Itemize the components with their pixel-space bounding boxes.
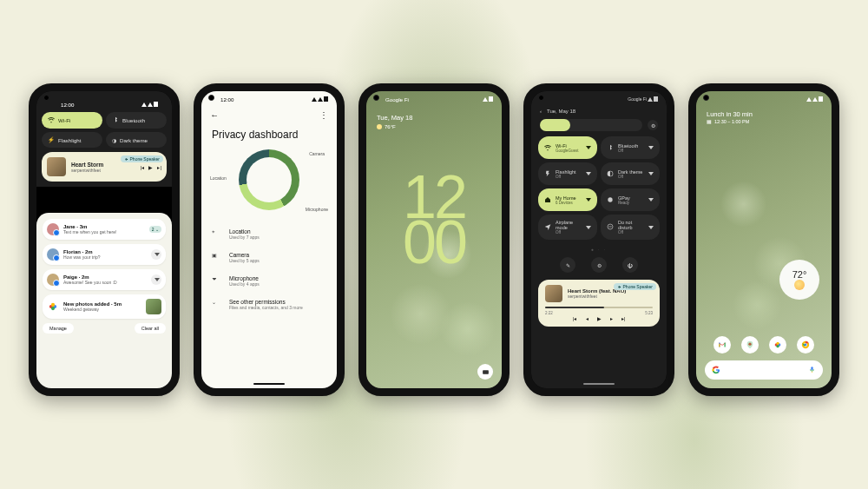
perm-sub: Used by 5 apps [229,258,260,263]
forward-icon[interactable]: ▸ [610,315,613,321]
back-icon[interactable]: ← [210,110,219,120]
app-gmail[interactable] [713,336,731,354]
qs-tile-bluetooth[interactable]: BluetoothOff [601,136,660,159]
notif-count-badge: 2 ⌄ [149,226,161,233]
perm-item-microphone[interactable]: ⏷ MicrophoneUsed by 4 apps [212,269,326,293]
notif-photos[interactable]: New photos added · 5m Weekend getaway [43,294,166,319]
sun-icon [377,124,382,129]
donut-label-top: Past [265,175,273,180]
notif-msg: Text me when you get here! [63,229,145,235]
prev-icon[interactable]: |◂ [141,164,145,170]
notif-msg: Weekend getaway [63,307,141,312]
event-time: 12:30 – 1:00 PM [714,119,749,124]
sun-icon [794,280,805,290]
qs-tile-airplane-mode[interactable]: Airplane modeOff [538,215,597,240]
output-badge[interactable]: 🕩 Phone Speaker [614,283,656,290]
qs-tile-gpay[interactable]: GPayReady [601,188,660,211]
camera-punchhole [43,95,49,101]
chevron-down-icon [648,198,654,202]
qs-wifi[interactable]: Wi-Fi [42,112,102,129]
qs-tile-my-home[interactable]: My Home6 Devices [538,188,597,211]
tile-sub: Ready [618,201,630,205]
at-a-glance[interactable]: Lunch in 30 min ▦12:30 – 1:00 PM [707,110,753,124]
expand-icon[interactable] [151,249,161,260]
qs-tile-flashlight[interactable]: FlashlightOff [538,162,597,185]
camera-punchhole [538,95,544,101]
speaker-icon: 🕩 [124,156,128,162]
app-chrome[interactable] [797,336,814,354]
qs-tile-do-not-disturb[interactable]: Do not disturbOff [601,215,660,240]
clear-all-button[interactable]: Clear all [135,323,166,334]
brightness-slider[interactable] [540,119,642,131]
weather-widget[interactable]: 72° [779,260,819,300]
play-icon[interactable]: ▶ [148,164,153,170]
media-card[interactable]: 🕩 Phone Speaker Heart Storm (feat. NAO) … [538,280,660,327]
qs-bluetooth[interactable]: Bluetooth [106,112,167,129]
mic-icon: ⏷ [212,275,220,287]
qs-flashlight[interactable]: ⚡ Flashlight [42,132,102,148]
home-icon [544,196,551,204]
chevron-down-icon [586,226,591,229]
nav-pill[interactable] [583,383,615,385]
more-icon[interactable]: ⋮ [319,110,328,120]
next-icon[interactable]: ▸| [621,315,626,321]
qs-tile-dark-theme[interactable]: Dark themeOff [601,162,660,185]
perm-item-other[interactable]: ⌄ See other permissionsFiles and media, … [212,293,326,316]
expand-icon: ⌄ [212,299,220,310]
qs-darktheme[interactable]: ◑ Dark theme [106,132,167,148]
app-photos[interactable] [769,336,786,354]
qs-date: Tue, May 18 [547,109,575,114]
tile-sub: Off [618,149,638,153]
power-icon[interactable]: ⏻ [622,257,638,273]
search-bar[interactable] [705,360,823,380]
weather-chip[interactable]: 76°F [377,124,396,129]
qs-flash-label: Flashlight [58,137,81,143]
output-label: Phone Speaker [623,284,653,289]
app-maps[interactable] [741,336,759,354]
qs-bt-label: Bluetooth [122,117,145,123]
nav-pill[interactable] [253,383,285,385]
chevron-down-icon [648,172,654,175]
dnd-icon [607,223,614,231]
next-icon[interactable]: ▸| [157,164,161,170]
location-icon: ⌖ [212,228,220,240]
date-label: Tue, May 18 [377,114,412,122]
mic-icon[interactable] [808,366,816,374]
svg-point-2 [51,303,55,307]
perm-title: Camera [229,252,260,258]
settings-icon[interactable]: ⚙ [591,257,607,273]
output-label: Phone Speaker [130,156,160,162]
expand-icon[interactable] [151,274,161,285]
weather-temp: 72° [792,269,807,280]
flashlight-icon: ⚡ [48,136,55,143]
tile-sub: GoogleGuest [556,149,579,153]
wallet-fab[interactable] [477,364,493,380]
chevron-down-icon [648,146,654,149]
perm-item-camera[interactable]: ▣ CameraUsed by 5 apps [212,246,326,269]
phone-showcase: 12:00 Wi-Fi Bluetooth [0,83,868,396]
phone-privacy: 12:00 ← ⋮ Privacy dashboard Past 24 hour… [194,83,345,396]
output-badge[interactable]: 🕩 Phone Speaker [121,155,163,162]
rewind-icon[interactable]: ◂ [586,315,589,321]
chevron-down-icon [648,226,654,229]
tile-sub: Off [556,175,576,179]
qs-tile-wi-fi[interactable]: Wi-FiGoogleGuest [538,136,597,159]
status-icons [141,102,158,107]
notif-item[interactable]: Florian · 2m How was your trip? [43,244,166,265]
notif-msg: How was your trip? [63,254,147,260]
play-icon[interactable]: ▶ [597,315,602,321]
flash-icon [544,170,551,178]
tile-label: Airplane mode [556,220,582,230]
chevron-icon[interactable]: ‹ [540,109,542,114]
media-card[interactable]: 🕩 Phone Speaker Heart Storm serpentwithf… [42,152,167,182]
avatar [47,274,59,286]
media-artist: serpentwithfeet [568,294,626,299]
notif-item[interactable]: Jane · 3m Text me when you get here! 2 ⌄ [43,219,166,240]
edit-icon[interactable]: ✎ [560,257,575,273]
manage-button[interactable]: Manage [43,323,74,334]
gear-icon[interactable]: ⚙ [648,120,658,130]
notif-item[interactable]: Paige · 2m Awesome! See you soon :D [43,269,166,290]
media-progress[interactable] [545,307,653,308]
prev-icon[interactable]: |◂ [573,315,577,321]
perm-item-location[interactable]: ⌖ LocationUsed by 7 apps [212,222,326,246]
